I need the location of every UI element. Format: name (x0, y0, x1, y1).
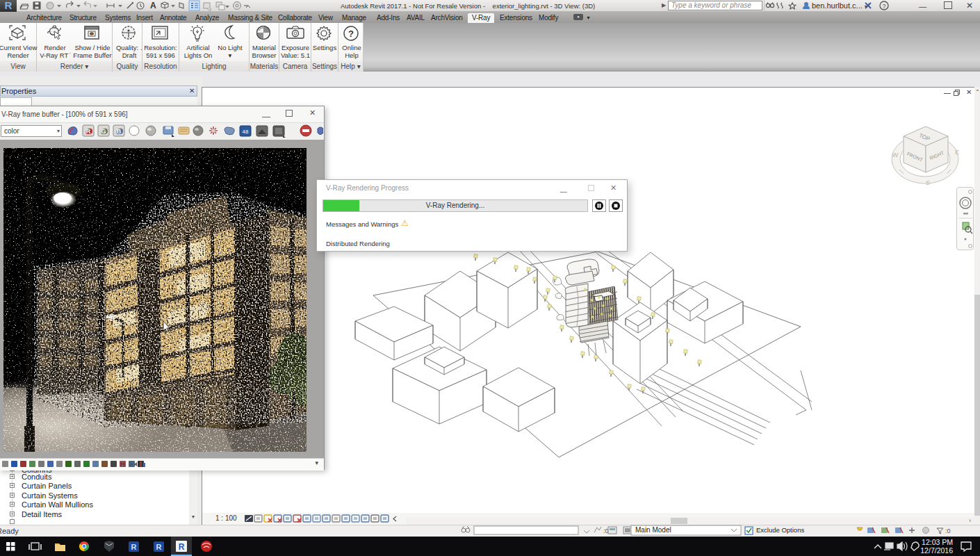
svg-text:?: ? (882, 3, 885, 10)
svg-text:48: 48 (243, 129, 249, 135)
svg-text:W: W (892, 152, 899, 158)
svg-text:12/7/2016: 12/7/2016 (920, 546, 953, 555)
svg-text:Exclude Options: Exclude Options (756, 526, 804, 534)
svg-text::0: :0 (945, 528, 951, 534)
svg-text:A: A (150, 1, 156, 10)
svg-text:R: R (179, 542, 185, 552)
svg-text:G: G (101, 128, 106, 135)
svg-text:B: B (117, 128, 122, 135)
svg-text::0: :0 (603, 528, 609, 534)
svg-text:Main Model: Main Model (635, 526, 671, 534)
svg-text:?: ? (348, 28, 354, 39)
svg-text:H: H (120, 461, 125, 468)
svg-text:E: E (955, 149, 959, 156)
svg-text:R: R (156, 543, 162, 551)
svg-text:S: S (926, 179, 930, 186)
svg-text:R: R (131, 543, 137, 551)
svg-text:12:03 PM: 12:03 PM (922, 538, 953, 546)
svg-text:R: R (86, 128, 91, 135)
